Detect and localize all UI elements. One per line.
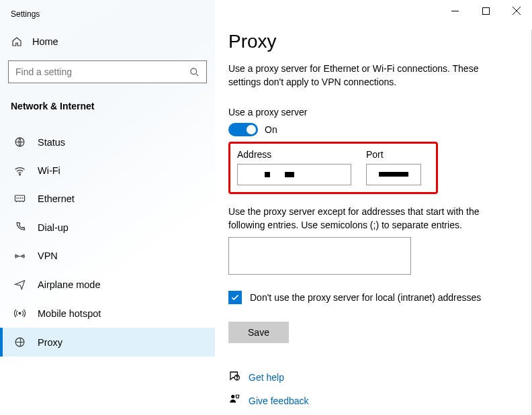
feedback-icon (228, 394, 240, 408)
address-label: Address (237, 149, 351, 160)
svg-point-6 (19, 312, 21, 314)
search-icon (189, 67, 200, 77)
sidebar-item-proxy[interactable]: Proxy (0, 328, 215, 357)
search-field[interactable] (15, 66, 189, 77)
window-title: Settings (0, 5, 215, 27)
use-proxy-toggle[interactable] (228, 123, 258, 136)
get-help-link[interactable]: Get help (249, 372, 284, 383)
svg-point-10 (236, 379, 237, 379)
sidebar-item-label: Dial-up (38, 222, 69, 233)
ethernet-icon (13, 194, 26, 203)
sidebar-item-dialup[interactable]: Dial-up (0, 213, 215, 242)
sidebar-item-ethernet[interactable]: Ethernet (0, 185, 215, 213)
svg-point-4 (15, 255, 17, 257)
home-nav[interactable]: Home (0, 27, 215, 56)
svg-point-11 (231, 395, 234, 398)
use-proxy-label: Use a proxy server (228, 107, 519, 118)
port-label: Port (366, 149, 421, 160)
vpn-icon (13, 251, 26, 261)
bypass-local-checkbox[interactable] (228, 291, 242, 304)
address-input[interactable] (237, 164, 351, 185)
toggle-state: On (265, 124, 277, 135)
sidebar-item-wifi[interactable]: Wi-Fi (0, 156, 215, 185)
save-button[interactable]: Save (228, 322, 289, 343)
exceptions-description: Use the proxy server except for addresse… (228, 205, 517, 232)
wifi-icon (13, 166, 26, 176)
minimize-button[interactable] (439, 0, 470, 21)
category-header: Network & Internet (0, 94, 215, 128)
svg-rect-8 (482, 7, 489, 14)
sidebar-item-label: Airplane mode (38, 279, 101, 290)
address-port-highlight: Address Port (228, 142, 438, 194)
close-button[interactable] (501, 0, 532, 21)
dialup-icon (13, 222, 26, 233)
svg-point-5 (21, 255, 24, 257)
sidebar-item-label: Ethernet (38, 193, 75, 204)
sidebar-item-label: Status (38, 137, 65, 148)
globe-icon (13, 136, 26, 148)
sidebar-item-label: VPN (38, 250, 58, 261)
airplane-icon (13, 279, 26, 290)
proxy-icon (13, 336, 26, 348)
sidebar-item-hotspot[interactable]: Mobile hotspot (0, 299, 215, 328)
svg-point-2 (19, 174, 19, 175)
svg-rect-3 (15, 195, 24, 201)
sidebar-item-label: Proxy (38, 337, 62, 348)
sidebar-item-status[interactable]: Status (0, 128, 215, 156)
maximize-button[interactable] (470, 0, 501, 21)
sidebar-item-label: Wi-Fi (38, 165, 60, 176)
give-feedback-link[interactable]: Give feedback (249, 396, 309, 406)
hotspot-icon (13, 308, 26, 319)
sidebar-item-vpn[interactable]: VPN (0, 242, 215, 270)
search-input[interactable] (8, 60, 207, 83)
home-icon (11, 36, 23, 47)
help-icon (228, 370, 240, 384)
page-description: Use a proxy server for Ethernet or Wi-Fi… (228, 62, 511, 89)
page-title: Proxy (228, 31, 519, 52)
sidebar-item-label: Mobile hotspot (38, 308, 101, 319)
bypass-local-label: Don't use the proxy server for local (in… (250, 292, 481, 303)
port-input[interactable] (366, 164, 421, 185)
exceptions-input[interactable] (228, 237, 411, 275)
home-label: Home (32, 36, 58, 47)
sidebar-item-airplane[interactable]: Airplane mode (0, 270, 215, 299)
svg-point-0 (191, 68, 197, 74)
